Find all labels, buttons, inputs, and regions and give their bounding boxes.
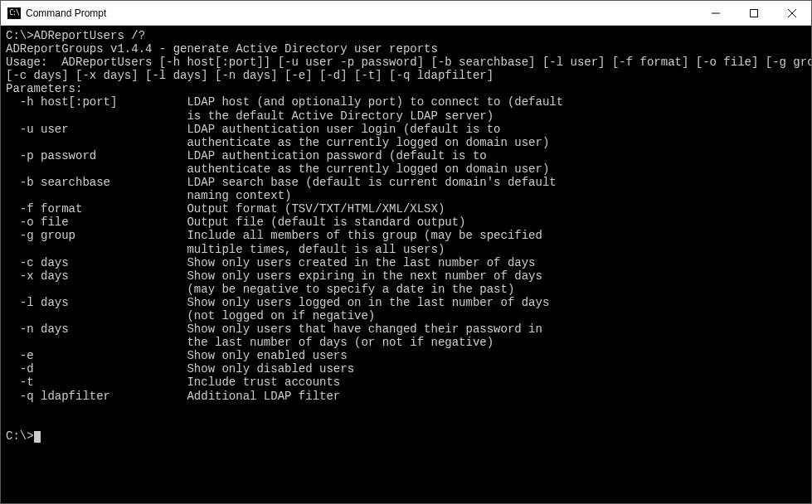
terminal-output[interactable]: C:\>ADReportUsers /? ADReportGroups v1.4…	[1, 26, 811, 503]
title-left: C:\ Command Prompt	[7, 7, 106, 19]
maximize-button[interactable]	[735, 1, 773, 25]
window-title: Command Prompt	[26, 7, 106, 19]
close-icon	[788, 9, 796, 17]
minimize-icon	[712, 9, 720, 17]
cursor	[34, 431, 41, 443]
minimize-button[interactable]	[697, 1, 735, 25]
command-prompt-window: C:\ Command Prompt C:\>ADReportUsers /? …	[0, 0, 812, 504]
maximize-icon	[750, 9, 758, 17]
app-icon: C:\	[7, 7, 21, 19]
title-bar: C:\ Command Prompt	[1, 1, 811, 26]
window-controls	[697, 1, 811, 25]
close-button[interactable]	[773, 1, 811, 25]
svg-rect-1	[751, 9, 758, 17]
